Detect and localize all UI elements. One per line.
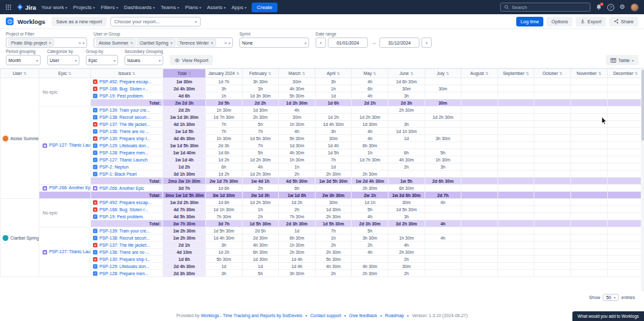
previous-period-button[interactable]: ‹ [316, 37, 326, 48]
issue-link[interactable]: PSP-130: Prepare ship t... [99, 257, 150, 262]
export-button[interactable]: Export [576, 17, 606, 26]
chip-remove-icon[interactable]: × [211, 41, 214, 45]
scrollbar-thumb[interactable] [641, 70, 644, 141]
chip-remove-icon[interactable]: × [49, 41, 52, 45]
nav-item-filters[interactable]: Filters▾ [101, 5, 118, 10]
choose-report-select[interactable]: Choose your report... ▾ [110, 17, 201, 26]
issue-link[interactable]: PSP-492: Prepare escap... [99, 79, 152, 84]
nav-item-apps[interactable]: Apps▾ [232, 5, 247, 10]
column-header-november[interactable]: November⇅ [570, 69, 607, 78]
column-header-july[interactable]: July⇅ [425, 69, 461, 78]
feedback-widget[interactable]: What would you add to Worklogs [572, 311, 644, 321]
column-header-may[interactable]: May⇅ [352, 69, 388, 78]
date-from-input[interactable]: 01/01/2024 [328, 37, 368, 48]
issue-link[interactable]: PSP-137: The life jacket... [99, 243, 150, 247]
column-header-september[interactable]: September⇅ [498, 69, 534, 78]
chip-remove-icon[interactable]: × [170, 41, 173, 45]
project-chip[interactable]: Pirate Ship project× [8, 39, 54, 47]
share-button[interactable]: Share [609, 17, 638, 26]
issue-link[interactable]: PSP-19: Pest problem. [99, 214, 144, 219]
help-button[interactable]: ? [607, 4, 614, 11]
notifications-button[interactable] [596, 4, 602, 10]
issue-link[interactable]: PSP-139: Train your cre... [99, 229, 150, 233]
give-feedback-link[interactable]: Give feedback [349, 313, 377, 318]
issue-link[interactable]: PSP-137: The life jacket... [99, 122, 150, 127]
task-issue-type-icon: ✓ [93, 236, 97, 240]
issue-link[interactable]: PSP-2: Neptun [99, 165, 128, 169]
issue-link[interactable]: PSP-129: Lifeboats don... [99, 143, 149, 148]
log-time-button[interactable]: Log time [516, 17, 544, 26]
issue-link[interactable]: PSP-19: Pest problem. [99, 94, 144, 98]
jira-logo[interactable]: Jira [17, 4, 36, 11]
column-header-issues[interactable]: Issues⇅ [91, 69, 163, 78]
issue-link[interactable]: PSP-266: Another Epic [99, 186, 145, 191]
sort-icon: ⇅ [485, 72, 488, 76]
save-report-button[interactable]: Save as a new report [52, 17, 106, 26]
issue-link[interactable]: PSP-166: Bug: Stolen r... [99, 207, 148, 212]
create-button[interactable]: Create [252, 3, 277, 12]
epic-label[interactable]: PSP-266: Another Epic [49, 185, 91, 190]
epic-label[interactable]: PSP-127: Titanic Launch [49, 143, 91, 147]
user-chip[interactable]: Claribel Spring× [137, 39, 176, 47]
user-filter-select[interactable]: Aloise Summer× Claribel Spring× Terence … [94, 37, 233, 48]
issue-link[interactable]: PSP-130: Prepare ship t... [99, 136, 150, 141]
settings-gear-icon[interactable]: ⚙ [619, 4, 625, 10]
nav-item-projects[interactable]: Projects▾ [73, 5, 95, 10]
period-grouping-select[interactable]: Month▾ [6, 55, 41, 65]
column-header-epic[interactable]: Epic⇅ [39, 69, 91, 78]
column-header-october[interactable]: October⇅ [534, 69, 571, 78]
search-input[interactable]: Search [500, 3, 590, 12]
issue-link[interactable]: PSP-127: Titanic Launch [99, 158, 148, 162]
vertical-scrollbar[interactable] [641, 68, 644, 291]
profile-avatar[interactable] [630, 3, 639, 12]
app-switcher-icon[interactable] [5, 4, 12, 10]
next-period-button[interactable]: › [421, 37, 432, 48]
footer-app-link[interactable]: Worklogs - Time Tracking and Reports by … [201, 313, 302, 318]
group-by-select[interactable]: Epic▾ [86, 55, 118, 65]
column-header-january-2024[interactable]: January 2024⇅ [206, 69, 243, 78]
project-filter-select[interactable]: Pirate Ship project× × ▾ [6, 37, 87, 48]
sprint-select[interactable]: None ▾ [239, 37, 309, 48]
categorize-by-select[interactable]: User▾ [47, 55, 79, 65]
contact-support-link[interactable]: Contact support [310, 313, 341, 318]
issue-link[interactable]: PSP-138: Recruit securi... [99, 115, 150, 119]
column-header-march[interactable]: March⇅ [279, 69, 316, 78]
column-header-total[interactable]: Total⇅ [163, 69, 206, 78]
nav-item-dashboards[interactable]: Dashboards▾ [124, 5, 155, 10]
worklog-value-cell: 1d 2h 30m [242, 171, 279, 178]
clear-icon[interactable]: × [224, 40, 227, 46]
column-header-february[interactable]: February⇅ [242, 69, 279, 78]
issue-link[interactable]: PSP-128: Prepare men... [99, 271, 148, 276]
user-chip[interactable]: Terence Winter× [177, 39, 216, 47]
table-view-switch[interactable]: Table ▾ [606, 55, 638, 65]
column-header-user[interactable]: User⇅ [1, 69, 39, 78]
nav-item-assets[interactable]: Assets▾ [207, 5, 226, 10]
nav-item-your-work[interactable]: Your work▾ [41, 5, 67, 10]
issue-link[interactable]: PSP-1: Black Pearl [99, 172, 137, 176]
secondary-grouping-select[interactable]: Issues▾ [125, 55, 163, 65]
user-chip[interactable]: Aloise Summer× [96, 39, 136, 47]
epic-label[interactable]: PSP-127: Titanic Launch [49, 249, 91, 254]
issue-link[interactable]: PSP-136: There are no ... [99, 250, 149, 254]
clear-icon[interactable]: × [78, 40, 81, 46]
column-header-december[interactable]: December⇅ [607, 69, 644, 78]
issue-link[interactable]: PSP-136: There are no ... [99, 129, 149, 134]
issue-link[interactable]: PSP-128: Prepare men... [99, 150, 148, 155]
options-button[interactable]: Options [547, 17, 572, 26]
issue-link[interactable]: PSP-492: Prepare escap... [99, 200, 152, 205]
issue-link[interactable]: PSP-138: Recruit securi... [99, 236, 150, 240]
view-report-button[interactable]: View Report [170, 55, 213, 65]
issue-link[interactable]: PSP-139: Train your cre... [99, 108, 150, 112]
date-to-input[interactable]: 31/12/2024 [379, 37, 419, 48]
column-header-april[interactable]: April⇅ [315, 69, 352, 78]
chip-remove-icon[interactable]: × [130, 41, 133, 45]
roadmap-link[interactable]: Roadmap [385, 313, 403, 318]
column-header-june[interactable]: June⇅ [388, 69, 425, 78]
page-size-select[interactable]: 50 ▾ [603, 294, 619, 301]
nav-item-plans[interactable]: Plans▾ [185, 5, 201, 10]
nav-item-teams[interactable]: Teams▾ [161, 5, 179, 10]
column-header-august[interactable]: August⇅ [461, 69, 498, 78]
issue-link[interactable]: PSP-166: Bug: Stolen r... [99, 87, 148, 91]
worklog-value-cell: 1d 2h [206, 171, 243, 178]
issue-link[interactable]: PSP-129: Lifeboats don... [99, 264, 149, 269]
